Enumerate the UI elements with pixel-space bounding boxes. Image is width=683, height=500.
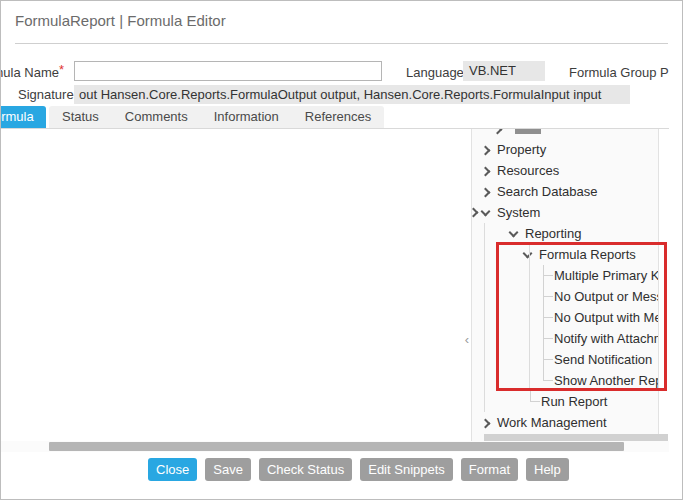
tree-connector: [543, 328, 554, 349]
tree-item-label: Multiple Primary Keys: [554, 268, 659, 283]
tree-connector: [543, 286, 554, 307]
tree-guide-line: [529, 244, 530, 391]
title-divider: [15, 43, 668, 44]
language-label: Language: [406, 65, 464, 80]
tree-item-resources[interactable]: Resources: [472, 160, 658, 181]
tree-connector: [543, 307, 554, 328]
tree-item-multiple-primary-keys[interactable]: Multiple Primary Keys: [472, 265, 658, 286]
tree-item-label: System: [497, 205, 540, 220]
tree-item-search-database[interactable]: Search Database: [472, 181, 658, 202]
chevron-right-icon[interactable]: [480, 417, 492, 429]
chevron-right-icon[interactable]: [480, 165, 492, 177]
tree-item-label: Send Notification: [554, 352, 652, 367]
tree-item-run-report[interactable]: Run Report: [472, 391, 658, 412]
chevron-right-icon[interactable]: [480, 144, 492, 156]
tree-connector: [543, 349, 554, 370]
tab-information[interactable]: Information: [201, 106, 292, 128]
tree-item-reporting[interactable]: Reporting: [472, 223, 658, 244]
chevron-right-icon: [471, 206, 480, 218]
tree-connector: [530, 391, 541, 402]
tree-item-label: Resources: [497, 163, 559, 178]
tree-item-label: Search Database: [497, 184, 597, 199]
formula-code-area[interactable]: [1, 129, 471, 434]
format-button[interactable]: Format: [461, 458, 518, 481]
tree-item-no-output-or-message[interactable]: No Output or Message: [472, 286, 658, 307]
formula-name-label: Formula Name*: [0, 65, 64, 80]
tree-item-send-notification[interactable]: Send Notification: [472, 349, 658, 370]
formula-name-input[interactable]: [74, 61, 382, 81]
main-horizontal-scrollbar-thumb[interactable]: [49, 442, 624, 451]
tab-strip: Status Comments Information References: [49, 106, 384, 128]
formula-editor-window: FormulaReport | Formula Editor Formula N…: [0, 0, 683, 500]
chevron-right-icon[interactable]: [492, 129, 504, 135]
tab-references[interactable]: References: [292, 106, 384, 128]
tree-item-label: Reporting: [525, 226, 581, 241]
tree-item-notify-with-attachment[interactable]: Notify with Attachment: [472, 328, 658, 349]
tree-item-work-management[interactable]: Work Management: [472, 412, 658, 433]
signature-label: Signature: [18, 87, 74, 102]
tree-guide-line: [484, 223, 485, 412]
help-button[interactable]: Help: [526, 458, 569, 481]
collapse-panel-handle[interactable]: ‹: [462, 332, 472, 348]
tree-item-label: Work Management: [497, 415, 607, 430]
tree-connector: [543, 265, 554, 286]
formula-group-path-label: Formula Group Path: [569, 65, 669, 80]
tab-formula[interactable]: Formula: [0, 106, 46, 128]
action-button-bar: Close Save Check Status Edit Snippets Fo…: [148, 458, 569, 481]
edit-snippets-button[interactable]: Edit Snippets: [360, 458, 453, 481]
tab-comments[interactable]: Comments: [112, 106, 201, 128]
tab-status[interactable]: Status: [49, 106, 112, 128]
chevron-right-icon[interactable]: [480, 186, 492, 198]
snippet-tree-panel: Property Resources Search Database Syste…: [471, 129, 659, 442]
tree-item-label: Formula Reports: [539, 247, 636, 262]
page-title: FormulaReport | Formula Editor: [15, 12, 226, 29]
tree-item-clipped[interactable]: [472, 129, 658, 139]
chevron-down-icon[interactable]: [522, 249, 534, 261]
tree-item-label: No Output or Message: [554, 289, 659, 304]
tree-item-label: Property: [497, 142, 546, 157]
signature-field: out Hansen.Core.Reports.FormulaOutput ou…: [74, 85, 630, 104]
tree-item-property[interactable]: Property: [472, 139, 658, 160]
snippet-tree: Property Resources Search Database Syste…: [472, 129, 658, 433]
chevron-down-icon[interactable]: [508, 228, 520, 240]
tree-item-label: Show Another Report: [554, 373, 659, 388]
tree-item-no-output-with-message[interactable]: No Output with Message: [472, 307, 658, 328]
tree-item-show-another-report[interactable]: Show Another Report: [472, 370, 658, 391]
tree-connector: [543, 370, 554, 381]
tree-item-label: No Output with Message: [554, 310, 659, 325]
required-asterisk: *: [59, 62, 64, 77]
tree-item-system[interactable]: System: [472, 202, 658, 223]
language-field: VB.NET: [463, 61, 545, 81]
tree-item-label: Run Report: [541, 394, 607, 409]
tree-item-formula-reports[interactable]: Formula Reports: [472, 244, 658, 265]
chevron-down-icon[interactable]: [480, 207, 492, 219]
check-status-button[interactable]: Check Status: [259, 458, 352, 481]
tree-item-label: Notify with Attachment: [554, 331, 659, 346]
save-button[interactable]: Save: [205, 458, 251, 481]
close-button[interactable]: Close: [148, 458, 197, 481]
tree-item-clipped-text: [515, 129, 541, 134]
